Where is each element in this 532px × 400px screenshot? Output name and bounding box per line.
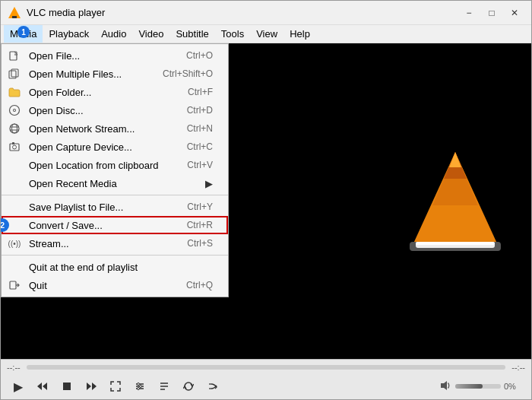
svg-rect-26	[63, 383, 71, 390]
svg-rect-21	[12, 142, 14, 144]
separator-1	[2, 195, 228, 195]
menu-bar: 1 Media Playback Audio Video Subtitle To…	[1, 25, 531, 43]
svg-marker-5	[449, 152, 461, 167]
volume-fill	[455, 384, 483, 389]
controls-row: ▶	[1, 373, 531, 399]
menu-playback[interactable]: Playback	[43, 25, 95, 43]
svg-rect-19	[10, 144, 19, 151]
control-bar: --:-- --:-- ▶	[1, 359, 531, 399]
save-playlist-icon	[8, 200, 21, 214]
stop-button[interactable]	[55, 376, 78, 396]
volume-area: 0%	[440, 380, 525, 393]
main-content: Open File... Ctrl+O Open Multiple Files.…	[1, 43, 531, 359]
svg-point-15	[10, 124, 19, 133]
random-button[interactable]	[201, 376, 224, 396]
menu-media[interactable]: 1 Media	[4, 25, 43, 43]
svg-point-14	[14, 110, 15, 111]
time-left: --:--	[7, 363, 21, 372]
open-location-icon	[8, 158, 21, 172]
play-button[interactable]: ▶	[7, 376, 30, 396]
media-dropdown-menu: Open File... Ctrl+O Open Multiple Files.…	[1, 43, 229, 297]
convert-save-icon	[8, 218, 21, 232]
menu-quit[interactable]: Quit Ctrl+Q	[2, 276, 228, 294]
svg-point-16	[12, 124, 17, 133]
open-multiple-icon	[8, 67, 21, 81]
menu-open-folder[interactable]: Open Folder... Ctrl+F	[2, 83, 228, 101]
menu-audio[interactable]: Audio	[95, 25, 132, 43]
time-right: --:--	[511, 363, 525, 372]
svg-marker-28	[92, 383, 97, 390]
svg-rect-8	[416, 242, 495, 245]
quit-icon	[8, 278, 21, 292]
next-button[interactable]	[80, 376, 103, 396]
menu-view[interactable]: View	[250, 25, 283, 43]
menu-open-disc[interactable]: Open Disc... Ctrl+D	[2, 101, 228, 119]
title-bar-text: VLC media player	[27, 7, 458, 18]
title-bar: VLC media player − □ ✕	[1, 1, 531, 25]
close-button[interactable]: ✕	[504, 4, 525, 22]
menu-open-multiple[interactable]: Open Multiple Files... Ctrl+Shift+O	[2, 65, 228, 83]
separator-2	[2, 255, 228, 256]
menu-subtitle[interactable]: Subtitle	[169, 25, 214, 43]
playlist-button[interactable]	[153, 376, 176, 396]
menu-open-location[interactable]: Open Location from clipboard Ctrl+V	[2, 156, 228, 174]
app-icon	[7, 5, 22, 21]
menu-open-capture[interactable]: Open Capture Device... Ctrl+C	[2, 138, 228, 156]
menu-stream[interactable]: ((•)) Stream... Ctrl+S	[2, 234, 228, 252]
volume-percent: 0%	[504, 382, 525, 391]
menu-tools[interactable]: Tools	[215, 25, 250, 43]
svg-rect-22	[10, 281, 16, 289]
svg-point-32	[138, 383, 140, 386]
open-capture-icon	[8, 140, 21, 154]
open-recent-icon	[8, 176, 21, 190]
menu-convert-save[interactable]: 2 Convert / Save... Ctrl+R	[2, 216, 228, 234]
svg-marker-27	[87, 383, 91, 390]
menu-quit-end[interactable]: Quit at the end of playlist	[2, 258, 228, 276]
menu-badge-1: 1	[17, 26, 30, 38]
stream-icon: ((•))	[8, 237, 21, 250]
svg-marker-40	[441, 381, 447, 390]
menu-open-network[interactable]: Open Network Stream... Ctrl+N	[2, 119, 228, 138]
menu-open-recent[interactable]: Open Recent Media ▶	[2, 174, 228, 192]
minimize-button[interactable]: −	[458, 4, 480, 22]
fullscreen-button[interactable]	[104, 376, 127, 396]
svg-marker-24	[37, 383, 42, 390]
maximize-button[interactable]: □	[481, 4, 502, 22]
menu-save-playlist[interactable]: Save Playlist to File... Ctrl+Y	[2, 198, 228, 216]
submenu-arrow: ▶	[205, 178, 213, 189]
svg-point-34	[138, 388, 140, 390]
loop-button[interactable]	[177, 376, 200, 396]
volume-slider[interactable]	[455, 384, 501, 389]
svg-rect-1	[12, 16, 17, 18]
vlc-cone	[410, 148, 501, 255]
svg-point-33	[140, 386, 142, 388]
open-network-icon	[8, 122, 21, 135]
extended-button[interactable]	[128, 376, 151, 396]
svg-point-20	[13, 145, 17, 149]
progress-area: --:-- --:--	[1, 360, 531, 373]
open-disc-icon	[8, 103, 21, 117]
title-bar-controls: − □ ✕	[458, 4, 525, 22]
progress-bar[interactable]	[27, 365, 506, 370]
quit-end-icon	[8, 260, 21, 274]
open-file-icon	[8, 49, 21, 62]
vlc-window: VLC media player − □ ✕ 1 Media Playback …	[0, 0, 532, 400]
svg-marker-25	[43, 383, 47, 390]
menu-help[interactable]: Help	[283, 25, 316, 43]
menu-video[interactable]: Video	[132, 25, 169, 43]
menu-open-file[interactable]: Open File... Ctrl+O	[2, 46, 228, 65]
volume-icon	[440, 380, 452, 393]
prev-button[interactable]	[31, 376, 54, 396]
open-folder-icon	[8, 85, 21, 99]
